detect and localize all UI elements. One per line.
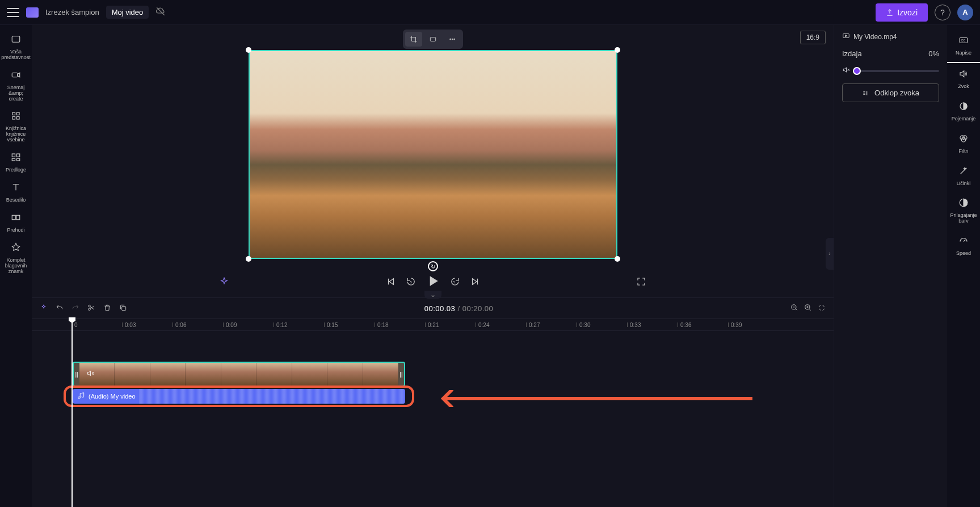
annotation-arrow bbox=[440, 390, 752, 407]
volume-slider[interactable] bbox=[855, 70, 939, 72]
clip-trim-right[interactable]: || bbox=[398, 363, 404, 386]
current-time: 00:00.03 bbox=[424, 304, 456, 313]
aspect-ratio-selector[interactable]: 16:9 bbox=[800, 31, 826, 44]
total-duration: 00:20.00 bbox=[462, 304, 494, 313]
audio-clip-label: (Audio) My video bbox=[89, 393, 136, 400]
properties-panel: My Video.mp4 Izdaja 0% Odklop zvoka bbox=[834, 25, 947, 507]
ruler-tick: 0:21 bbox=[425, 319, 439, 330]
ruler-tick: 0:09 bbox=[223, 319, 237, 330]
tab-filters[interactable]: Filtri bbox=[947, 128, 980, 160]
nav-record-create[interactable]: Snemaj &amp; create bbox=[0, 65, 32, 107]
resize-handle-bl[interactable] bbox=[246, 256, 251, 262]
music-note-icon bbox=[77, 392, 85, 401]
nav-your-media[interactable]: Vaša predstavnost bbox=[0, 30, 32, 65]
tab-captions[interactable]: CC Napise bbox=[947, 30, 980, 63]
undo-button[interactable] bbox=[56, 304, 64, 313]
skip-forward-button[interactable]: 5 bbox=[449, 276, 460, 290]
menu-button[interactable] bbox=[7, 8, 19, 17]
tab-audio[interactable]: Zvok bbox=[947, 63, 980, 95]
svg-rect-3 bbox=[12, 112, 15, 115]
tab-label: Speed bbox=[956, 251, 971, 257]
nav-content-library[interactable]: Knjižnica knjižnice vsebine bbox=[0, 106, 32, 148]
tab-speed[interactable]: Speed bbox=[947, 230, 980, 262]
clip-filename: My Video.mp4 bbox=[853, 33, 897, 41]
clip-mute-icon[interactable] bbox=[86, 370, 94, 379]
export-button[interactable]: Izvozi bbox=[876, 3, 928, 22]
fit-tool[interactable] bbox=[424, 32, 441, 47]
more-tool[interactable] bbox=[444, 32, 461, 47]
magic-tool[interactable] bbox=[40, 304, 48, 313]
nav-label: Snemaj &amp; create bbox=[1, 85, 31, 102]
svg-text:5: 5 bbox=[410, 280, 411, 284]
svg-rect-7 bbox=[12, 154, 15, 157]
user-avatar[interactable]: A bbox=[957, 5, 973, 20]
ruler-tick: 0:06 bbox=[173, 319, 186, 330]
nav-brand-kit[interactable]: Komplet blagovnih znamk bbox=[0, 238, 32, 279]
resize-handle-tl[interactable] bbox=[246, 47, 251, 53]
zoom-out-button[interactable] bbox=[790, 304, 798, 313]
svg-rect-9 bbox=[12, 158, 15, 161]
zoom-in-button[interactable] bbox=[804, 304, 812, 313]
ruler-tick: 0:27 bbox=[526, 319, 540, 330]
nav-transitions[interactable]: Prehodi bbox=[0, 208, 32, 238]
nav-text[interactable]: Besedilo bbox=[0, 178, 32, 208]
center-workspace: 16:9 ↻ 5 bbox=[32, 25, 834, 507]
collapse-preview-button[interactable]: ⌄ bbox=[424, 291, 441, 299]
next-frame-button[interactable] bbox=[470, 276, 480, 290]
playhead[interactable] bbox=[71, 319, 73, 507]
redo-button[interactable] bbox=[71, 304, 79, 313]
help-button[interactable]: ? bbox=[935, 5, 950, 20]
svg-rect-6 bbox=[17, 117, 20, 120]
resize-handle-br[interactable] bbox=[615, 256, 620, 262]
library-icon bbox=[11, 111, 21, 124]
preview-frame[interactable]: ↻ bbox=[249, 50, 617, 259]
app-logo-icon bbox=[26, 7, 39, 18]
expand-right-panel[interactable]: › bbox=[826, 238, 834, 270]
ruler-tick: 0:12 bbox=[274, 319, 287, 330]
nav-label: Knjižnica knjižnice vsebine bbox=[1, 126, 31, 143]
project-title-field[interactable]: Moj video bbox=[106, 6, 149, 19]
split-button[interactable] bbox=[87, 304, 95, 313]
tab-effects[interactable]: Učinki bbox=[947, 160, 980, 192]
audio-clip[interactable]: (Audio) My video bbox=[73, 389, 405, 404]
nav-templates[interactable]: Predloge bbox=[0, 148, 32, 178]
templates-icon bbox=[11, 152, 21, 165]
zoom-fit-button[interactable] bbox=[818, 304, 826, 313]
resize-handle-tr[interactable] bbox=[615, 47, 620, 53]
nav-label: Vaša predstavnost bbox=[1, 49, 31, 61]
skip-back-button[interactable]: 5 bbox=[406, 276, 417, 290]
clip-filename-row: My Video.mp4 bbox=[842, 32, 939, 41]
delete-button[interactable] bbox=[103, 304, 111, 313]
clip-trim-left[interactable]: || bbox=[74, 363, 79, 386]
magic-wand-icon bbox=[958, 166, 969, 179]
volume-slider-thumb[interactable] bbox=[853, 67, 861, 75]
video-clip[interactable]: || || bbox=[73, 362, 405, 387]
crop-tool[interactable] bbox=[405, 32, 422, 47]
app-header: Izrezek šampion Moj video Izvozi ? A bbox=[0, 0, 980, 25]
nav-label: Besedilo bbox=[6, 198, 26, 203]
detach-audio-button[interactable]: Odklop zvoka bbox=[842, 83, 939, 102]
svg-rect-13 bbox=[430, 37, 435, 41]
ruler-tick: 0:24 bbox=[476, 319, 489, 330]
tab-fade[interactable]: Pojemanje bbox=[947, 95, 980, 128]
audio-waveform bbox=[139, 389, 405, 404]
tab-color-adjust[interactable]: Prilagajanje barv bbox=[947, 192, 980, 230]
ruler-tick: 0:33 bbox=[627, 319, 641, 330]
ruler-tick: 0:36 bbox=[678, 319, 691, 330]
svg-rect-21 bbox=[122, 306, 126, 310]
volume-row: Izdaja 0% bbox=[842, 49, 939, 58]
fullscreen-button[interactable] bbox=[636, 276, 646, 289]
nav-label: Predloge bbox=[6, 167, 26, 173]
speaker-mute-icon[interactable] bbox=[842, 66, 850, 76]
sync-off-icon[interactable] bbox=[155, 6, 166, 19]
rotate-handle[interactable]: ↻ bbox=[428, 261, 438, 271]
play-button[interactable] bbox=[427, 275, 439, 291]
ai-enhance-button[interactable] bbox=[219, 276, 229, 290]
timeline-ruler[interactable]: 00:030:060:090:120:150:180:210:240:270:3… bbox=[32, 319, 834, 331]
prev-frame-button[interactable] bbox=[386, 276, 396, 290]
timeline-tracks[interactable]: || || (Audio) My video bbox=[32, 331, 834, 507]
preview-toolbar bbox=[403, 30, 463, 49]
nav-label: Prehodi bbox=[7, 228, 24, 233]
svg-rect-1 bbox=[12, 36, 20, 43]
duplicate-button[interactable] bbox=[119, 304, 127, 313]
